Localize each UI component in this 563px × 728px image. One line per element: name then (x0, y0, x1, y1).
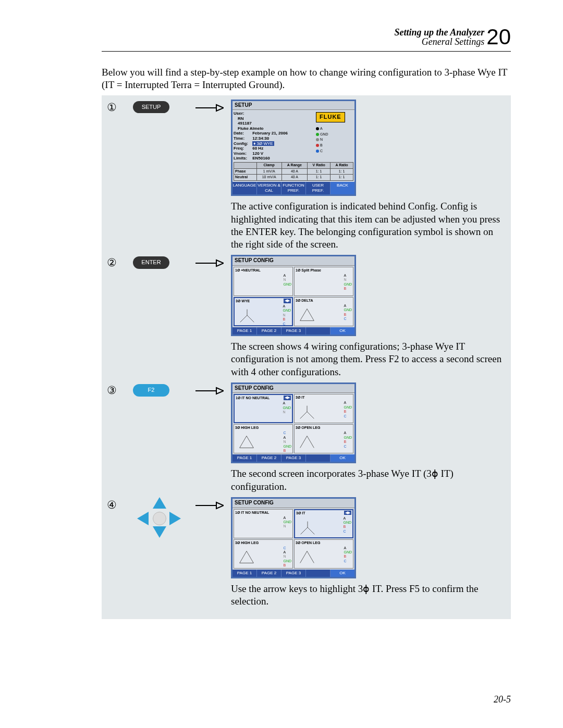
selection-arrow-icon: ◀▶ (344, 511, 351, 515)
header-title: Setting up the Analyzer (394, 28, 484, 37)
step2-description: The screen shows 4 wiring configurations… (231, 340, 507, 378)
step1-description: The active configuration is indicated be… (231, 200, 507, 251)
config-cell-selected: 1Ø IT NO NEUTRAL◀▶AGNDN (234, 394, 293, 423)
header-rule (102, 51, 511, 52)
intro-paragraph: Below you will find a step-by-step examp… (102, 66, 511, 91)
config-cell: 3Ø IT AGNDBC (294, 394, 353, 423)
svg-marker-1 (216, 105, 224, 111)
setup-key: SETUP (133, 101, 169, 114)
selection-arrow-icon: ◀▶ (284, 396, 291, 400)
config-screen-1: SETUP CONFIG 1Ø +NEUTRALANGND 1Ø Split P… (231, 255, 356, 336)
softkeys: LANGUAGE VERSION & CAL FUNCTION PREF. US… (232, 182, 354, 194)
svg-marker-3 (216, 260, 224, 266)
config-cell: 3Ø OPEN LEG AGNDBC (294, 424, 353, 453)
openleg-icon (297, 432, 317, 452)
config-cell: 3Ø HIGH LEG CANGNDB (234, 539, 293, 569)
config-cell: 3Ø DELTA AGNDBC (294, 297, 353, 326)
softkeys: PAGE 1 PAGE 2 PAGE 3 OK (232, 454, 354, 462)
wye-icon (297, 402, 317, 422)
dpad-center (153, 512, 166, 525)
arrow-icon (194, 103, 224, 113)
step-marker-1: ① (107, 100, 129, 114)
svg-marker-7 (216, 502, 224, 509)
delta-icon (236, 432, 257, 452)
step-marker-3: ③ (107, 382, 129, 397)
step3-description: The second screen incorporates 3-phase W… (231, 467, 507, 493)
screen-title: SETUP (232, 101, 354, 110)
page-number: 20-5 (494, 694, 511, 706)
wye-icon (297, 517, 318, 537)
config-cell: 1Ø IT NO NEUTRALAGNDN (234, 509, 293, 538)
enter-key: ENTER (133, 256, 169, 269)
step-1: ① SETUP SETUP User: RN 491187 (107, 100, 507, 253)
config-screen-2: SETUP CONFIG 1Ø IT NO NEUTRAL◀▶AGNDN 3Ø … (231, 382, 356, 464)
config-cell: 1Ø Split PhaseANGNDB (294, 267, 353, 296)
chapter-number: 20 (486, 26, 511, 48)
dpad-keys (133, 497, 185, 538)
steps-block: ① SETUP SETUP User: RN 491187 (102, 95, 511, 620)
step-4: ④ SETUP CONFIG 1Ø IT NO NEUTRALAGNDN (107, 497, 507, 610)
config-screen-3: SETUP CONFIG 1Ø IT NO NEUTRALAGNDN 3Ø IT… (231, 497, 356, 578)
wye-icon (237, 305, 258, 325)
arrow-icon (194, 500, 224, 511)
fluke-logo: FLUKE (316, 112, 345, 122)
step-3: ③ F2 SETUP CONFIG 1Ø IT NO NEUTRAL◀▶AGND… (107, 382, 507, 495)
arrow-left-icon (137, 512, 149, 525)
step-marker-2: ② (107, 255, 129, 269)
clamp-table: Clamp A Range V Ratio A Ratio Phase 1 mV… (234, 162, 353, 181)
f2-key: F2 (133, 384, 169, 397)
openleg-icon (297, 547, 317, 567)
selection-arrow-icon: ◀▶ (284, 299, 291, 303)
config-highlight: ♦ 3Ø WYE (252, 141, 274, 146)
step-2: ② ENTER SETUP CONFIG 1Ø +NEUTRALANGND 1Ø… (107, 255, 507, 380)
arrow-up-icon (153, 497, 166, 509)
step4-description: Use the arrow keys to highlight 3ϕ IT. P… (231, 583, 507, 608)
arrow-icon (194, 258, 224, 268)
setup-screen: SETUP User: RN 491187 Fluke Almelo Date:… (231, 100, 356, 196)
softkeys: PAGE 1 PAGE 2 PAGE 3 OK (232, 570, 354, 577)
config-cell: 1Ø +NEUTRALANGND (234, 267, 293, 296)
config-cell: 3Ø OPEN LEG AGNDBC (294, 539, 353, 569)
config-cell-selected: 3Ø IT◀▶ AGNDBC (294, 509, 353, 538)
config-cell: 3Ø HIGH LEG CANGNDB (234, 424, 293, 453)
page-header: Setting up the Analyzer General Settings… (102, 26, 511, 48)
softkeys: PAGE 1 PAGE 2 PAGE 3 OK (232, 327, 354, 335)
arrow-icon (194, 386, 224, 396)
arrow-down-icon (153, 526, 166, 538)
delta-icon (236, 547, 257, 567)
config-cell-selected: 3Ø WYE◀▶ AGNDNBC (234, 297, 293, 326)
delta-icon (297, 305, 317, 325)
header-subtitle: General Settings (394, 37, 484, 46)
svg-marker-5 (216, 388, 224, 394)
step-marker-4: ④ (107, 497, 129, 512)
arrow-right-icon (169, 512, 181, 525)
